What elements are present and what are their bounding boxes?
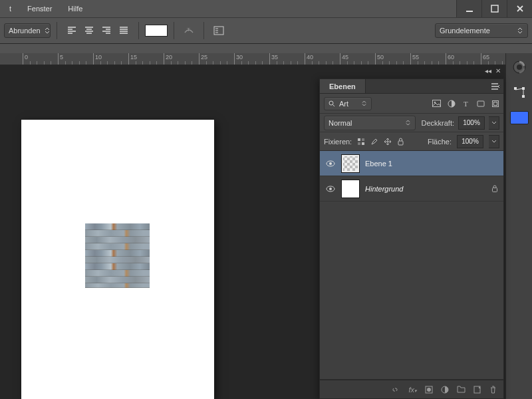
divider xyxy=(57,22,57,39)
align-left-button[interactable] xyxy=(63,23,80,39)
svg-rect-9 xyxy=(522,95,525,98)
align-justify-button[interactable] xyxy=(115,23,132,39)
ruler-tick-label: 55 xyxy=(412,54,419,61)
paragraph-panel-button[interactable] xyxy=(210,23,227,39)
divider xyxy=(203,22,204,39)
ruler-tick-label: 5 xyxy=(60,54,63,61)
layer-thumbnail[interactable] xyxy=(341,180,360,198)
opacity-label: Deckkraft: xyxy=(421,119,454,127)
filter-shape-icon[interactable] xyxy=(477,100,485,108)
svg-point-26 xyxy=(329,188,332,190)
svg-point-29 xyxy=(427,388,431,392)
svg-rect-20 xyxy=(358,142,360,145)
align-center-button[interactable] xyxy=(80,23,98,39)
layers-panel-footer: fx▾ xyxy=(320,380,503,398)
divider xyxy=(174,22,174,39)
fill-dropdown-arrow[interactable] xyxy=(489,135,499,148)
blend-mode-dropdown[interactable]: Normal xyxy=(324,116,416,130)
ruler-tick-label: 0 xyxy=(25,54,28,61)
document-canvas[interactable] xyxy=(21,120,214,399)
menu-item-hilfe[interactable]: Hilfe xyxy=(60,0,90,17)
panel-close-icon[interactable]: ✕ xyxy=(495,67,501,74)
texture-layer-preview xyxy=(85,223,150,288)
dropdown-arrows-icon xyxy=(360,100,367,106)
svg-text:T: T xyxy=(464,100,468,108)
link-layers-icon[interactable] xyxy=(391,386,400,393)
layers-tab[interactable]: Ebenen xyxy=(320,79,366,93)
opacity-dropdown-arrow[interactable] xyxy=(489,116,499,130)
fill-label: Fläche: xyxy=(428,138,452,146)
minimize-button[interactable] xyxy=(456,0,481,17)
panel-collapse-icon[interactable]: ◂◂ xyxy=(485,67,491,74)
svg-rect-21 xyxy=(362,142,364,145)
ruler-tick-label: 50 xyxy=(377,54,384,61)
visibility-toggle[interactable] xyxy=(325,184,336,194)
warp-text-button[interactable]: T xyxy=(180,23,198,39)
menubar: t Fenster Hilfe xyxy=(0,0,532,17)
svg-rect-0 xyxy=(466,11,473,12)
node-tool-icon[interactable] xyxy=(509,82,529,102)
dropdown-arrows-icon xyxy=(517,27,523,34)
lock-brush-icon[interactable] xyxy=(370,138,378,146)
adjustment-icon[interactable] xyxy=(441,386,449,394)
filter-type-dropdown[interactable]: Art xyxy=(324,97,372,110)
svg-rect-27 xyxy=(493,188,497,192)
menu-item-fenster[interactable]: Fenster xyxy=(19,0,60,17)
layer-name[interactable]: Hintergrund xyxy=(365,185,403,193)
svg-rect-15 xyxy=(477,101,484,106)
filter-icons: T xyxy=(432,100,499,108)
foreground-color-swatch[interactable] xyxy=(509,108,529,128)
right-tool-strip xyxy=(505,53,532,399)
layer-row[interactable]: Hintergrund xyxy=(320,176,503,201)
panel-controls: ◂◂ ✕ xyxy=(485,67,501,74)
opacity-value[interactable]: 100% xyxy=(458,116,485,130)
menu-item-partial[interactable]: t xyxy=(1,0,19,17)
lock-icon xyxy=(491,185,498,192)
text-color-swatch[interactable] xyxy=(145,25,168,37)
rounding-dropdown[interactable]: Abrunden xyxy=(4,23,51,38)
lock-label: Fixieren: xyxy=(324,138,352,146)
align-right-button[interactable] xyxy=(98,23,115,39)
svg-point-24 xyxy=(329,162,332,165)
visibility-toggle[interactable] xyxy=(325,158,336,169)
new-layer-icon[interactable] xyxy=(473,386,481,394)
svg-point-10 xyxy=(329,101,333,105)
group-icon[interactable] xyxy=(457,386,466,393)
filter-image-icon[interactable] xyxy=(432,100,441,108)
svg-point-6 xyxy=(517,65,522,70)
filter-type-icon[interactable]: T xyxy=(462,100,470,108)
layer-row[interactable]: Ebene 1 xyxy=(320,151,503,176)
lock-fill-row: Fixieren: Fläche: 100% xyxy=(320,132,503,151)
panel-menu-button[interactable] xyxy=(487,79,503,93)
ruler-tick-label: 45 xyxy=(342,54,348,61)
window-controls xyxy=(456,0,532,17)
svg-rect-22 xyxy=(398,141,403,145)
lock-all-icon[interactable] xyxy=(397,138,404,146)
filter-adjust-icon[interactable] xyxy=(448,100,456,108)
color-wheel-icon[interactable] xyxy=(509,57,529,77)
layer-thumbnail[interactable] xyxy=(341,154,360,173)
close-button[interactable] xyxy=(507,0,532,17)
svg-rect-18 xyxy=(358,138,360,141)
workspace-label: Grundelemente xyxy=(440,27,490,35)
options-bar: Abrunden T Grundelemente xyxy=(0,17,532,44)
layer-name[interactable]: Ebene 1 xyxy=(365,160,392,168)
filter-smart-icon[interactable] xyxy=(491,100,499,108)
fill-value[interactable]: 100% xyxy=(457,135,483,148)
mask-icon[interactable] xyxy=(425,386,433,394)
lock-pixels-icon[interactable] xyxy=(357,138,365,146)
horizontal-ruler[interactable]: 0510152025303540455055606570 xyxy=(0,53,505,65)
ruler-tick-label: 10 xyxy=(95,54,102,61)
trash-icon[interactable] xyxy=(489,386,497,394)
layer-filter-bar: Art T xyxy=(320,94,503,114)
workspace-dropdown[interactable]: Grundelemente xyxy=(435,23,528,38)
blend-mode-label: Normal xyxy=(329,119,352,127)
fx-icon[interactable]: fx▾ xyxy=(408,386,417,394)
svg-rect-19 xyxy=(362,138,364,141)
svg-rect-11 xyxy=(433,100,441,106)
maximize-button[interactable] xyxy=(481,0,507,17)
blend-opacity-row: Normal Deckkraft: 100% xyxy=(320,114,503,132)
lock-move-icon[interactable] xyxy=(384,138,392,146)
ruler-tick-label: 25 xyxy=(201,54,207,61)
dropdown-arrows-icon xyxy=(45,27,50,34)
